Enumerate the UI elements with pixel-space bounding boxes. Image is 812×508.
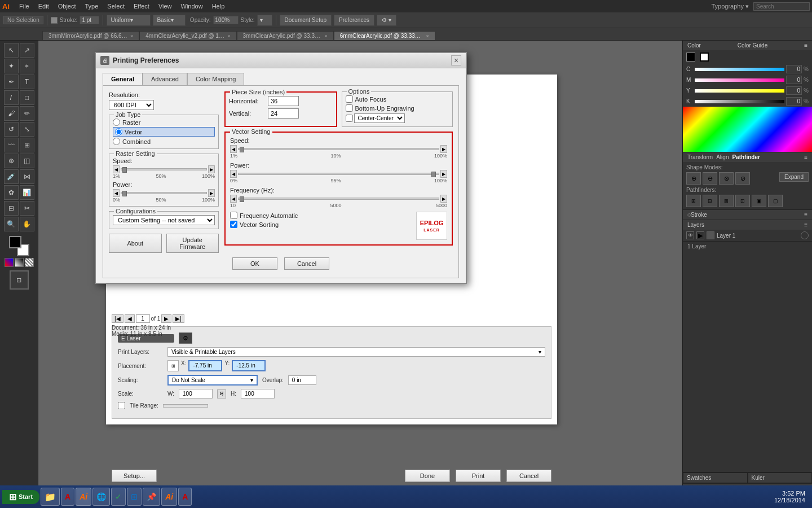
tab-2-close[interactable]: × (325, 33, 328, 39)
blend-tool[interactable]: ⋈ (20, 169, 34, 184)
menu-type[interactable]: Type (81, 2, 103, 11)
outline-btn[interactable]: ▣ (752, 195, 766, 207)
print-layers-selector[interactable]: Visible & Printable Layers▾ (167, 347, 545, 357)
done-button[interactable]: Done (405, 470, 450, 482)
vector-speed-left-arrow[interactable]: ◀ (230, 145, 237, 153)
slice-tool[interactable]: ✂ (20, 201, 34, 216)
k-slider[interactable] (695, 100, 784, 103)
color-spectrum[interactable] (683, 107, 812, 152)
horizontal-input[interactable] (268, 96, 299, 106)
next-page-btn[interactable]: ▶ (161, 314, 171, 323)
vector-power-thumb[interactable] (431, 172, 436, 177)
k-value-input[interactable] (786, 97, 802, 106)
crop-btn[interactable]: ⊡ (735, 195, 750, 207)
cancel-button[interactable]: Cancel (284, 257, 329, 270)
layer-visibility-icon[interactable]: 👁 (686, 231, 694, 239)
freq-right-arrow[interactable]: ▶ (440, 195, 447, 203)
layer-name[interactable]: Layer 1 (717, 233, 798, 239)
raster-speed-track[interactable] (121, 168, 207, 170)
raster-power-thumb[interactable] (122, 191, 127, 196)
typography-dropdown[interactable]: Typography ▾ (711, 3, 749, 10)
stroke-color-swatch[interactable] (700, 52, 709, 62)
color-options-icon[interactable]: ≡ (804, 42, 807, 49)
tab-0[interactable]: 3mmMirrorAcrylic.pdf @ 66.67% (R... × (42, 31, 139, 40)
h-value[interactable]: 100 (241, 389, 275, 398)
center-checkbox[interactable] (346, 115, 353, 122)
paintbrush-tool[interactable]: 🖌 (4, 106, 19, 121)
placement-grid-icon[interactable]: ⊞ (167, 360, 179, 371)
symbol-tool[interactable]: ✿ (4, 185, 19, 200)
tab-3-close[interactable]: × (426, 33, 429, 39)
eyedropper-tool[interactable]: 💉 (4, 169, 19, 184)
radio-combined[interactable]: Combined (113, 138, 215, 145)
preferences-button[interactable]: Preferences (334, 15, 374, 26)
vector-power-left-arrow[interactable]: ◀ (230, 170, 237, 178)
exclude-btn[interactable]: ⊘ (735, 172, 750, 185)
vector-speed-track[interactable] (238, 148, 439, 150)
intersect-btn[interactable]: ⊗ (719, 172, 734, 185)
stroke-options-icon[interactable]: ≡ (804, 212, 807, 218)
vector-sorting-checkbox[interactable] (230, 221, 237, 228)
first-page-btn[interactable]: |◀ (112, 314, 123, 323)
swatches-tab[interactable]: Swatches (683, 472, 748, 483)
vector-speed-right-arrow[interactable]: ▶ (440, 145, 447, 153)
tab-0-close[interactable]: × (130, 33, 133, 39)
vertical-input[interactable] (268, 108, 299, 119)
raster-speed-right-arrow[interactable]: ▶ (208, 165, 215, 173)
setup-button[interactable]: Setup... (112, 470, 157, 482)
minus-back-btn[interactable]: ▢ (768, 195, 783, 207)
freq-left-arrow[interactable]: ◀ (230, 195, 237, 203)
stroke-header[interactable]: ◇ Stroke ≡ (683, 210, 812, 220)
color-mode-gradient[interactable] (15, 258, 24, 267)
constrain-proportions-icon[interactable]: ⛓ (217, 389, 226, 398)
graph-tool[interactable]: 📊 (20, 185, 34, 200)
raster-speed-left-arrow[interactable]: ◀ (113, 165, 120, 173)
radio-raster[interactable]: Raster (113, 119, 215, 126)
tab-general[interactable]: General (103, 73, 143, 85)
x-value-display[interactable]: -7.75 in (188, 360, 222, 371)
style-selector[interactable]: ▾ (257, 15, 272, 26)
selection-tool[interactable]: ↖ (4, 43, 19, 58)
menu-effect[interactable]: Effect (130, 2, 153, 11)
layer-lock-icon[interactable]: ▶ (696, 231, 704, 239)
raster-speed-thumb[interactable] (122, 167, 127, 173)
page-number-input[interactable] (136, 314, 150, 323)
taskbar-app7[interactable]: 📌 (143, 488, 160, 506)
tab-1[interactable]: 4mmClearAcrylic_v2.pdf @ 100% (R... × (139, 31, 236, 40)
zoom-tool[interactable]: 🔍 (4, 217, 19, 231)
document-setup-button[interactable]: Document Setup (280, 15, 332, 26)
taskbar-app5[interactable]: ✓ (111, 488, 126, 506)
start-button[interactable]: ⊞ Start (2, 490, 39, 504)
y-value-input[interactable] (786, 86, 802, 95)
ok-button[interactable]: OK (232, 257, 277, 270)
dialog-close-button[interactable]: × (451, 55, 461, 65)
center-select[interactable]: Center-Center (354, 113, 405, 123)
print-button[interactable]: Print (456, 470, 501, 482)
m-slider[interactable] (695, 78, 784, 82)
auto-focus-checkbox[interactable] (346, 95, 353, 103)
y-value-display[interactable]: -12.5 in (232, 360, 266, 371)
w-value[interactable]: 100 (179, 389, 213, 398)
shape-builder-tool[interactable]: ⊕ (4, 154, 19, 168)
c-slider[interactable] (695, 68, 784, 71)
taskbar-acrobat-2[interactable]: A (178, 488, 192, 506)
gradient-tool[interactable]: ◫ (20, 154, 34, 168)
canvas-area[interactable]: E Laser ⚙ Print Layers: Visible & Printa… (38, 41, 682, 493)
lasso-tool[interactable]: ⌖ (20, 59, 34, 73)
outer-cancel-button[interactable]: Cancel (506, 470, 551, 482)
hand-tool[interactable]: ✋ (20, 217, 34, 231)
scale-tool[interactable]: ⤡ (20, 122, 34, 137)
raster-power-track[interactable] (121, 192, 207, 194)
configurations-select[interactable]: Custom Setting -- not saved (113, 215, 215, 225)
kuler-tab[interactable]: Kuler (748, 472, 813, 483)
tab-advanced[interactable]: Advanced (143, 73, 187, 85)
screen-mode-button[interactable]: ⊡ (10, 270, 29, 290)
layers-header[interactable]: Layers ≡ (683, 220, 812, 230)
menu-file[interactable]: File (15, 2, 33, 11)
resolution-select[interactable]: 600 DPI (109, 100, 154, 110)
rect-tool[interactable]: □ (20, 90, 34, 105)
tile-range-checkbox[interactable] (118, 402, 125, 409)
divide-btn[interactable]: ⊞ (686, 195, 701, 207)
tab-3[interactable]: 6mmClearAcrylic.pdf @ 33.33% (RGB/Previe… (334, 31, 435, 40)
menu-edit[interactable]: Edit (34, 2, 53, 11)
